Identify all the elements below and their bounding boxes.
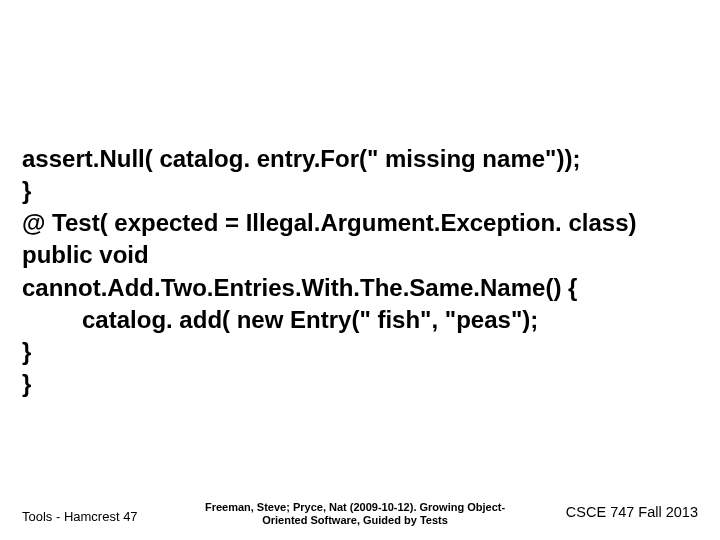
code-line: } (22, 336, 698, 368)
code-line: catalog. add( new Entry(" fish", "peas")… (22, 304, 698, 336)
code-line: cannot.Add.Two.Entries.With.The.Same.Nam… (22, 272, 698, 304)
footer-citation: Freeman, Steve; Pryce, Nat (2009-10-12).… (200, 501, 510, 529)
code-line: } (22, 368, 698, 400)
footer: Tools - Hamcrest 47 Freeman, Steve; Pryc… (0, 494, 720, 528)
footer-right: CSCE 747 Fall 2013 (566, 504, 698, 520)
footer-citation-line2: Oriented Software, Guided by Tests (200, 514, 510, 528)
slide: assert.Null( catalog. entry.For(" missin… (0, 0, 720, 540)
footer-citation-line1: Freeman, Steve; Pryce, Nat (2009-10-12).… (200, 501, 510, 515)
code-line: public void (22, 239, 698, 271)
code-line: assert.Null( catalog. entry.For(" missin… (22, 143, 698, 175)
code-block: assert.Null( catalog. entry.For(" missin… (22, 143, 698, 400)
code-line: @ Test( expected = Illegal.Argument.Exce… (22, 207, 698, 239)
footer-left: Tools - Hamcrest 47 (22, 509, 138, 524)
code-line: } (22, 175, 698, 207)
